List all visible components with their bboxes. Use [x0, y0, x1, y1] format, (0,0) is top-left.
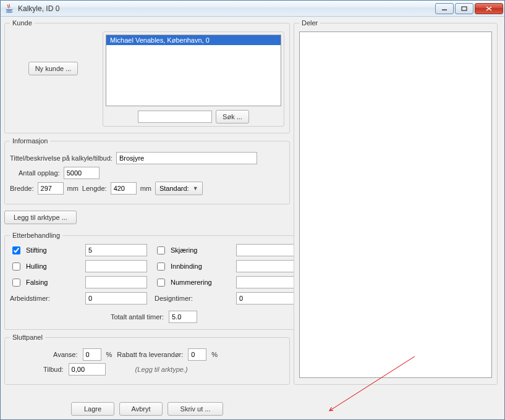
minimize-button[interactable] — [435, 3, 454, 14]
nummerering-check-input[interactable] — [157, 279, 165, 287]
falsing-input[interactable] — [85, 276, 147, 288]
mm-label-1: mm — [67, 185, 79, 192]
avanse-label: Avanse: — [53, 351, 78, 358]
close-button[interactable] — [475, 3, 503, 14]
skjaering-check-input[interactable] — [157, 246, 165, 254]
innbinding-check-input[interactable] — [157, 262, 165, 271]
lengde-label: Lengde: — [82, 185, 107, 192]
total-timer-label: Totalt antall timer: — [111, 313, 164, 321]
sluttpanel-group: Sluttpanel Avanse: % Rabatt fra leverand… — [4, 334, 290, 385]
window: Kalkyle, ID 0 Kunde Ny kunde ... — [0, 0, 505, 420]
deler-legend: Deler — [299, 19, 320, 27]
titlebar[interactable]: Kalkyle, ID 0 — [1, 1, 504, 17]
designtimer-input[interactable] — [236, 292, 298, 304]
new-customer-button[interactable]: Ny kunde ... — [28, 62, 79, 75]
etterbehandling-group: Etterbehandling Stifting Skjæring — [4, 232, 303, 330]
customer-search-input[interactable] — [138, 111, 212, 123]
stifting-checkbox[interactable]: Stifting — [10, 245, 78, 256]
kunde-group: Kunde Ny kunde ... Michael Venables, Køb… — [4, 19, 290, 133]
falsing-checkbox[interactable]: Falsing — [10, 277, 78, 288]
bottom-button-row: Lagre Avbryt Skriv ut ... — [4, 402, 290, 416]
arbeidstimer-label: Arbeidstimer: — [10, 295, 78, 302]
customer-list-item[interactable]: Michael Venables, København, 0 — [106, 35, 281, 45]
innbinding-label: Innbinding — [171, 262, 202, 270]
total-timer-input[interactable] — [169, 311, 197, 323]
informasjon-group: Informasjon Tittel/beskrivelse på kalkyl… — [4, 137, 290, 204]
rabatt-label: Rabatt fra leverandør: — [117, 351, 183, 358]
innbinding-checkbox[interactable]: Innbinding — [155, 261, 229, 272]
svg-rect-1 — [462, 7, 467, 10]
deler-group: Deler — [294, 19, 498, 385]
customer-list[interactable]: Michael Venables, København, 0 — [106, 35, 281, 106]
skjaering-input[interactable] — [236, 244, 298, 256]
avanse-input[interactable] — [83, 348, 101, 361]
mm-label-2: mm — [140, 185, 151, 192]
etterbehandling-legend: Etterbehandling — [10, 232, 62, 239]
nummerering-checkbox[interactable]: Nummerering — [155, 277, 229, 288]
tilbud-label: Tilbud: — [43, 366, 64, 373]
bredde-input[interactable] — [38, 182, 64, 195]
falsing-label: Falsing — [26, 279, 48, 286]
customer-search-button[interactable]: Søk ... — [216, 110, 249, 124]
window-title: Kalkyle, ID 0 — [18, 4, 434, 13]
title-input[interactable] — [116, 152, 257, 164]
falsing-check-input[interactable] — [12, 279, 20, 287]
arktype-note: (Legg til arktype.) — [135, 366, 188, 373]
save-button[interactable]: Lagre — [71, 402, 114, 416]
stifting-label: Stifting — [26, 246, 47, 254]
java-icon — [4, 4, 14, 14]
innbinding-input[interactable] — [236, 260, 298, 272]
standard-dropdown[interactable]: Standard: ▼ — [155, 182, 203, 195]
chevron-down-icon: ▼ — [193, 185, 198, 191]
sluttpanel-legend: Sluttpanel — [10, 334, 45, 341]
tilbud-input[interactable] — [69, 363, 106, 376]
nummerering-input[interactable] — [236, 276, 298, 288]
hulling-input[interactable] — [85, 260, 147, 272]
designtimer-label: Designtimer: — [155, 295, 229, 302]
opplag-input[interactable] — [64, 167, 100, 179]
stifting-check-input[interactable] — [12, 246, 20, 254]
cancel-button[interactable]: Avbryt — [119, 402, 163, 416]
skjaering-checkbox[interactable]: Skjæring — [155, 245, 229, 256]
bredde-label: Bredde: — [10, 185, 34, 192]
window-buttons — [434, 3, 503, 14]
hulling-check-input[interactable] — [12, 262, 20, 271]
opplag-label: Antall opplag: — [19, 169, 60, 177]
nummerering-label: Nummerering — [171, 279, 212, 286]
rabatt-input[interactable] — [188, 348, 206, 361]
arbeidstimer-input[interactable] — [85, 292, 147, 304]
maximize-button[interactable] — [455, 3, 473, 14]
print-button[interactable]: Skriv ut ... — [168, 402, 223, 416]
rabatt-pct: % — [211, 351, 218, 358]
lengde-input[interactable] — [111, 182, 137, 195]
skjaering-label: Skjæring — [171, 246, 197, 254]
kunde-legend: Kunde — [10, 19, 35, 27]
client-area: Kunde Ny kunde ... Michael Venables, Køb… — [1, 17, 504, 419]
customer-panel: Michael Venables, København, 0 Søk ... — [103, 32, 284, 127]
informasjon-legend: Informasjon — [10, 137, 50, 145]
standard-label: Standard: — [159, 185, 189, 192]
add-arktype-button[interactable]: Legg til arktype ... — [4, 211, 77, 224]
hulling-checkbox[interactable]: Hulling — [10, 261, 78, 272]
deler-list[interactable] — [299, 32, 492, 378]
title-label: Tittel/beskrivelse på kalkyle/tilbud: — [10, 154, 112, 162]
hulling-label: Hulling — [26, 262, 47, 270]
stifting-input[interactable] — [85, 244, 147, 256]
avanse-pct: % — [106, 351, 112, 358]
